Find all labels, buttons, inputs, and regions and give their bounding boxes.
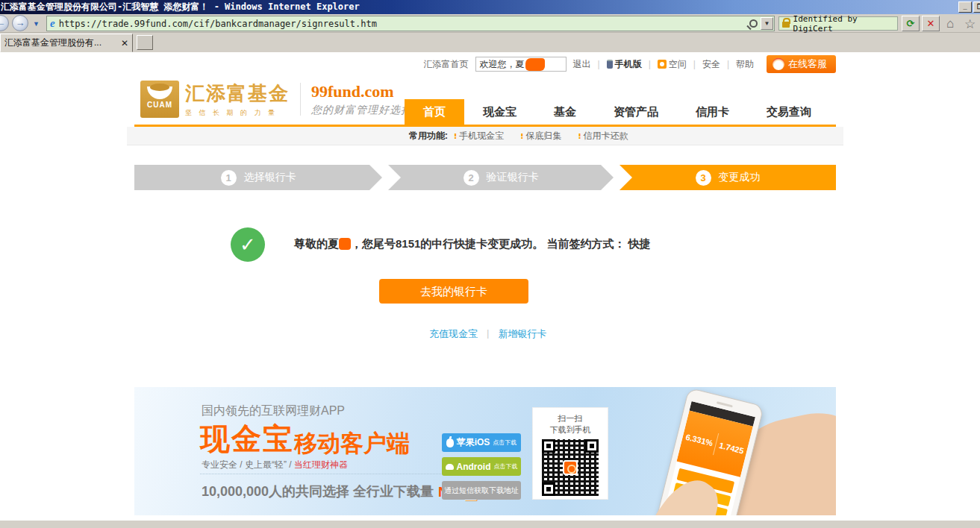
browser-window: 汇添富基金管理股份有限公司-汇我智慧 添您财富！ - Windows Inter… (0, 0, 980, 528)
separator: | (649, 59, 651, 69)
step-select-card: 1 选择银行卡 (134, 165, 382, 190)
home-icon[interactable]: ⌂ (946, 16, 954, 31)
apple-icon (446, 439, 454, 447)
history-dropdown-icon[interactable]: ▼ (33, 20, 40, 28)
separator: | (727, 59, 729, 69)
url-text[interactable]: https://trade.99fund.com/cif/bankcardman… (59, 19, 377, 29)
progress-steps: 1 选择银行卡 2 验证银行卡 3 变更成功 (134, 165, 836, 190)
main-nav: 首页 现金宝 基金 资管产品 信用卡 交易查询 (405, 99, 830, 125)
success-message: 尊敬的夏，您尾号8151的中行快捷卡变更成功。 当前签约方式： 快捷 (294, 237, 651, 251)
tab-title: 汇添富基金管理股份有... (4, 37, 102, 49)
step-number: 1 (221, 170, 237, 186)
site-slogan: 您的财富管理好选择! (311, 104, 416, 117)
window-titlebar: 汇添富基金管理股份有限公司-汇我智慧 添您财富！ - Windows Inter… (0, 0, 980, 14)
step-label: 选择银行卡 (244, 171, 296, 184)
nav-tab-asset-products[interactable]: 资管产品 (595, 99, 677, 125)
browser-tab[interactable]: 汇添富基金管理股份有... ✕ (0, 34, 133, 52)
search-dropdown-icon[interactable]: ▼ (761, 17, 773, 30)
nav-tab-home[interactable]: 首页 (405, 99, 464, 125)
space-link[interactable]: 空间 (658, 58, 687, 71)
tab-close-icon[interactable]: ✕ (121, 38, 128, 48)
step-change-success: 3 变更成功 (619, 165, 836, 190)
address-bar[interactable]: e https://trade.99fund.com/cif/bankcardm… (46, 16, 775, 31)
android-download-button[interactable]: Android 点击下载 (442, 457, 521, 476)
ios-download-button[interactable]: 苹果iOS 点击下载 (442, 433, 521, 452)
site-domain: 99fund.com (311, 82, 416, 101)
step-number: 2 (464, 170, 479, 186)
space-icon (658, 60, 667, 69)
add-bank-card-link[interactable]: 新增银行卡 (498, 327, 546, 341)
step-number: 3 (696, 170, 711, 186)
back-icon[interactable]: ← (0, 15, 9, 31)
android-icon (446, 464, 454, 470)
step-label: 验证银行卡 (487, 171, 539, 184)
banner-stats: 10,000,000人的共同选择 全行业下载量 NO. 1 (202, 481, 478, 500)
lock-icon (782, 22, 790, 28)
qr-caption: 下载到手机 (533, 424, 608, 436)
divider (300, 83, 301, 116)
site-header: CUAM 汇添富基金 坚 信 长 期 的 力 量 99fund.com 您的财富… (134, 76, 836, 127)
quick-link-card-repay[interactable]: 信用卡还款 (584, 130, 628, 142)
result-section: ✓ 尊敬的夏，您尾号8151的中行快捷卡变更成功。 当前签约方式： 快捷 去我的… (134, 190, 836, 351)
browser-toolbar: ← → ▼ e https://trade.99fund.com/cif/ban… (0, 14, 980, 33)
online-service-button[interactable]: 在线客服 (767, 55, 836, 73)
cert-label: Identified by DigiCert (793, 14, 897, 34)
separator: | (598, 59, 600, 69)
nav-tab-cashbox[interactable]: 现金宝 (464, 99, 535, 125)
nav-tab-credit-card[interactable]: 信用卡 (677, 99, 748, 125)
home-page-link[interactable]: 汇添富首页 (424, 58, 469, 71)
site-logo[interactable]: CUAM 汇添富基金 坚 信 长 期 的 力 量 99fund.com 您的财富… (140, 81, 416, 118)
nav-tab-transactions[interactable]: 交易查询 (748, 99, 830, 125)
step-label: 变更成功 (719, 171, 761, 184)
cuam-logo-icon: CUAM (140, 81, 179, 118)
step-verify-card: 2 验证银行卡 (388, 165, 614, 190)
redacted-name (339, 238, 351, 250)
quick-functions-label: 常用功能: (409, 130, 448, 142)
stop-button[interactable]: ✕ (922, 16, 940, 31)
new-tab-button[interactable] (137, 35, 153, 50)
window-title: 汇添富基金管理股份有限公司-汇我智慧 添您财富！ - Windows Inter… (1, 1, 360, 12)
quick-link-mobile-cashbox[interactable]: 手机现金宝 (459, 130, 504, 142)
maximize-button[interactable]: ❐ (973, 1, 980, 13)
nav-tab-funds[interactable]: 基金 (535, 99, 595, 125)
logo-slogan: 坚 信 长 期 的 力 量 (185, 108, 290, 118)
phone-yield-value: 6.331% (684, 433, 714, 448)
utility-bar: 汇添富首页 欢迎您，夏 退出 | 手机版 | 空间 | 安全 | 帮助 在线客服 (134, 52, 836, 76)
forward-icon[interactable]: → (12, 15, 28, 31)
phone-nav-value: 1.7425 (718, 441, 745, 456)
status-bar (0, 520, 980, 528)
ie-icon: e (50, 17, 55, 30)
download-buttons: 苹果iOS 点击下载 Android 点击下载 通过短信获取下载地址 (442, 433, 521, 505)
sms-download-button[interactable]: 通过短信获取下载地址 (442, 481, 521, 500)
success-check-icon: ✓ (231, 227, 265, 262)
security-link[interactable]: 安全 (702, 58, 720, 71)
logo-name: 汇添富基金 (185, 81, 290, 107)
cuam-text: CUAM (140, 101, 179, 109)
search-icon[interactable] (749, 19, 758, 28)
quick-functions-bar: 常用功能: ⁝手机现金宝 ⁝保底归集 ⁝信用卡还款 (127, 127, 843, 145)
ev-cert-badge[interactable]: Identified by DigiCert (778, 16, 898, 31)
separator: | (487, 327, 489, 341)
app-promo-banner[interactable]: 国内领先的互联网理财APP 现金宝移动客户端 专业安全 / 史上最“轻” / 当… (134, 387, 836, 515)
banner-subtitle: 国内领先的互联网理财APP (202, 403, 345, 419)
logout-link[interactable]: 退出 (573, 58, 591, 71)
phone-icon (607, 60, 613, 69)
dots-icon: ⁝ (454, 131, 456, 141)
refresh-button[interactable]: ⟳ (902, 16, 920, 31)
redacted-name (525, 58, 545, 71)
mascot-icon (773, 58, 784, 70)
quick-link-guarantee[interactable]: 保底归集 (525, 130, 561, 142)
favorites-star-icon[interactable]: ☆ (964, 16, 976, 32)
qr-code (542, 439, 599, 496)
tab-bar: 汇添富基金管理股份有... ✕ (0, 33, 980, 52)
recharge-cashbox-link[interactable]: 充值现金宝 (429, 327, 478, 341)
welcome-user-box[interactable]: 欢迎您，夏 (475, 57, 567, 72)
result-links: 充值现金宝 | 新增银行卡 (429, 327, 546, 341)
window-controls: _ ❐ (958, 1, 980, 13)
banner-features: 专业安全 / 史上最“轻” / 当红理财神器 (202, 459, 348, 471)
dots-icon: ⁝ (578, 131, 580, 141)
go-to-my-cards-button[interactable]: 去我的银行卡 (379, 279, 528, 304)
help-link[interactable]: 帮助 (736, 58, 754, 71)
mobile-version-link[interactable]: 手机版 (607, 58, 642, 71)
minimize-button[interactable]: _ (958, 1, 972, 13)
